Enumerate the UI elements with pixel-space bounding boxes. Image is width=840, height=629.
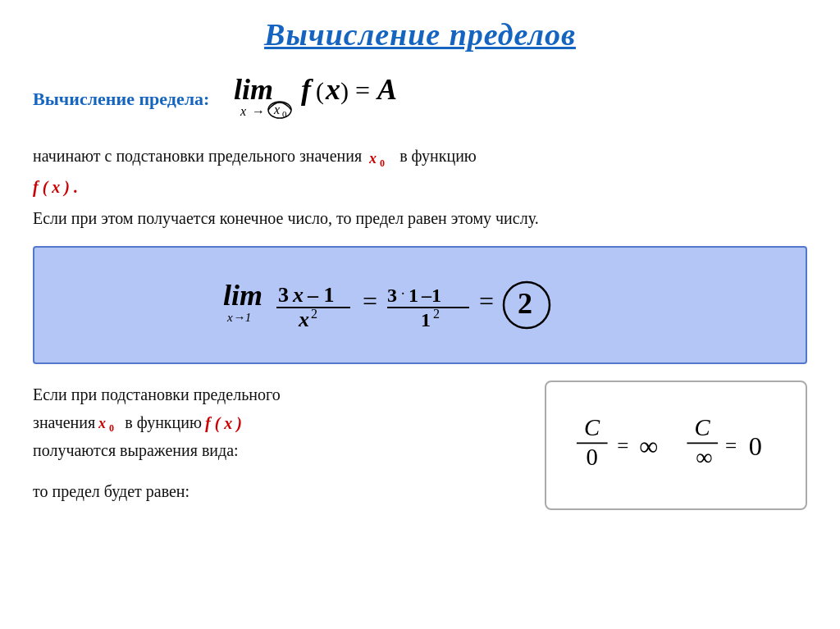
svg-text:1: 1: [409, 285, 418, 306]
svg-text:x: x: [292, 283, 304, 307]
svg-text:x: x: [369, 150, 377, 166]
svg-text:3: 3: [278, 283, 289, 307]
svg-text:0: 0: [380, 157, 385, 166]
svg-text:x→1: x→1: [226, 311, 251, 324]
lower-text-line3: получаются выражения вида:: [33, 436, 520, 464]
svg-text:C: C: [584, 414, 600, 440]
svg-text:→: →: [252, 104, 265, 118]
lower-text-line1: Если при подстановки предельного: [33, 381, 520, 408]
svg-text:x: x: [240, 104, 246, 118]
svg-text:∞: ∞: [639, 431, 658, 461]
fx-label: f ( x ) .: [33, 178, 78, 196]
svg-text:x: x: [325, 73, 340, 106]
svg-text:0: 0: [282, 109, 287, 119]
svg-text:–1: –1: [421, 285, 441, 306]
page-title: Вычисление пределов: [33, 16, 807, 52]
result-formulas-svg: C 0 = ∞ C ∞ = 0: [569, 400, 783, 490]
example-box: lim x→1 3 x – 1 x 2 = 3 · 1 –1 1 2: [33, 246, 807, 364]
lower-text-line2: значения x 0 в функцию f ( x ): [33, 408, 520, 436]
svg-text:lim: lim: [234, 73, 273, 106]
svg-text:– 1: – 1: [307, 283, 335, 307]
svg-text:x: x: [98, 415, 106, 431]
svg-text:2: 2: [518, 287, 532, 320]
svg-text:): ): [340, 77, 349, 105]
svg-text:∞: ∞: [696, 444, 712, 470]
result-box: C 0 = ∞ C ∞ = 0: [545, 381, 807, 510]
body-text-1: начинают с подстановки предельного значе…: [33, 143, 807, 169]
svg-text:lim: lim: [223, 279, 262, 312]
svg-text:·: ·: [401, 285, 405, 302]
svg-text:0: 0: [749, 431, 762, 461]
body-text-fx: f ( x ) .: [33, 174, 807, 200]
svg-text:C: C: [694, 414, 710, 440]
lower-section: Если при подстановки предельного значени…: [33, 381, 807, 510]
svg-text:=: =: [479, 286, 494, 316]
svg-text:x: x: [298, 308, 309, 331]
svg-text:2: 2: [311, 307, 317, 321]
svg-text:1: 1: [421, 309, 431, 330]
svg-text:(: (: [316, 77, 324, 105]
fx-lower-svg: f ( x ): [205, 412, 254, 432]
svg-text:0: 0: [109, 422, 114, 431]
x0-lower-svg: x 0: [98, 413, 121, 431]
bottom-text: то предел будет равен:: [33, 477, 520, 505]
svg-text:f ( x ): f ( x ): [205, 414, 242, 432]
x0-inline-svg: x 0: [369, 148, 392, 166]
svg-text:f: f: [301, 73, 313, 106]
svg-text:A: A: [376, 73, 397, 106]
main-formula-svg: lim x → x 0 f ( x ) = A: [234, 71, 447, 128]
svg-text:=: =: [725, 435, 737, 457]
example-formula-svg: lim x→1 3 x – 1 x 2 = 3 · 1 –1 1 2: [199, 262, 641, 344]
svg-text:=: =: [363, 286, 377, 316]
svg-text:=: =: [617, 435, 628, 457]
svg-text:0: 0: [587, 444, 598, 470]
body-text-2: Если при этом получается конечное число,…: [33, 205, 807, 231]
definition-label: Вычисление предела:: [33, 89, 209, 110]
svg-text:3: 3: [387, 285, 397, 306]
svg-text:=: =: [355, 75, 370, 105]
page: Вычисление пределов Вычисление предела: …: [0, 0, 840, 629]
svg-text:2: 2: [433, 307, 440, 321]
definition-row: Вычисление предела: lim x → x 0 f ( x ) …: [33, 71, 807, 128]
lower-text-block: Если при подстановки предельного значени…: [33, 381, 520, 505]
